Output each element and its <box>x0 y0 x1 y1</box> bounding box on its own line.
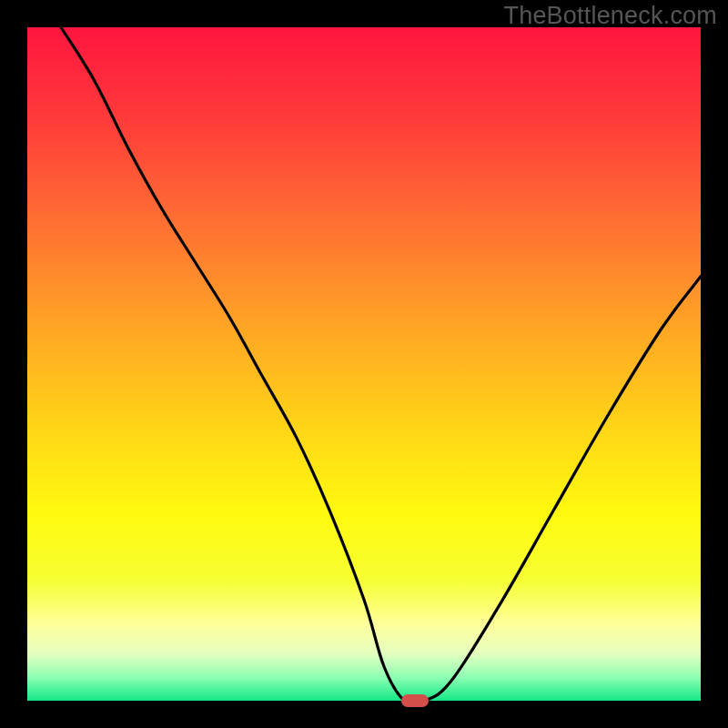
optimal-point-marker <box>401 694 429 707</box>
watermark-label: TheBottleneck.com <box>503 2 717 30</box>
chart-container: TheBottleneck.com <box>0 0 728 728</box>
chart-svg <box>0 0 728 728</box>
